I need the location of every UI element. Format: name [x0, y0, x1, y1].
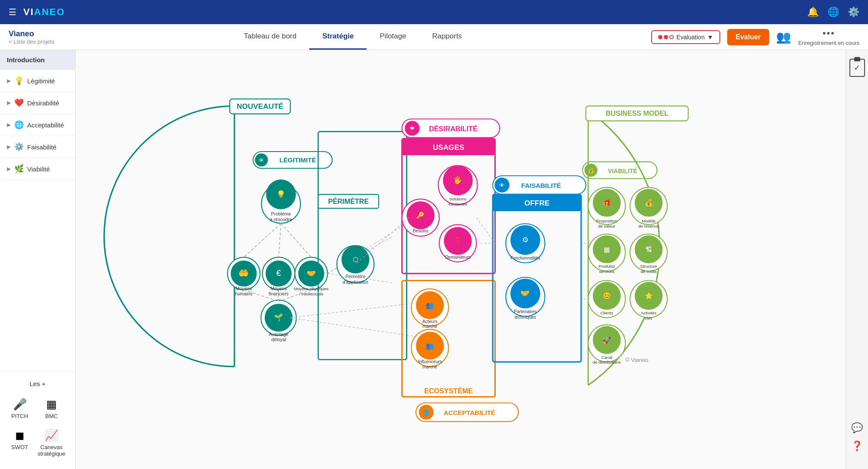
evaluation-button[interactable]: Evaluation ▼: [651, 30, 720, 44]
main-content: NOUVEAUTÉ 👁 LÉGITIMITÉ 💡 Problème à réso…: [76, 50, 868, 469]
svg-text:🌱: 🌱: [274, 313, 283, 322]
acceptabilite-label: Acceptabilité: [27, 121, 64, 129]
faisabilite-badge: 👁 FAISABILITÉ: [493, 176, 586, 194]
strategy-diagram: NOUVEAUTÉ 👁 LÉGITIMITÉ 💡 Problème à réso…: [76, 50, 868, 469]
eval-dots: [658, 35, 674, 39]
svg-text:❓: ❓: [454, 237, 462, 245]
swot-icon: ◼: [15, 429, 25, 442]
svg-text:clés: clés: [645, 316, 652, 320]
svg-text:Influenceurs: Influenceurs: [418, 359, 442, 364]
legitimite-label: Légitimité: [27, 77, 55, 85]
dashed-conn-4: [290, 301, 430, 318]
perimetre-label: PÉRIMÈTRE: [328, 197, 369, 205]
les-plus-label: Les +: [4, 377, 71, 391]
pitch-icon: 🎤: [13, 398, 27, 411]
legitimite-diagram-label: LÉGITIMITÉ: [279, 156, 316, 164]
sidebar-item-viabilite[interactable]: ▶ 🌿 Viabilité: [0, 158, 75, 180]
acceptabilite-badge: 🌐 ACCEPTABILITÉ: [416, 403, 518, 421]
svg-text:Avantage: Avantage: [269, 332, 288, 337]
swot-label: SWOT: [11, 444, 28, 450]
sidebar-item-faisabilite[interactable]: ▶ ⚙️ Faisabilité: [0, 136, 75, 158]
desirabilite-badge-label: DÉSIRABILITÉ: [429, 125, 477, 133]
svg-text:💰: 💰: [645, 199, 653, 207]
evaluer-button[interactable]: Evaluer: [727, 29, 770, 45]
tab-tableau-bord[interactable]: Tableau de bord: [231, 24, 310, 50]
desirabilite-arrow: ▶: [7, 100, 11, 106]
sidebar-item-introduction[interactable]: Introduction: [0, 50, 75, 70]
business-model-label: BUSINESS MODEL: [605, 109, 668, 117]
subheader-actions: Evaluation ▼ Evaluer 👥 ••• Enregistremen…: [651, 28, 859, 46]
tab-rapports[interactable]: Rapports: [419, 24, 475, 50]
project-info: Vianeo Liste des projets: [9, 29, 54, 45]
hamburger-menu[interactable]: ☰: [9, 7, 16, 17]
svg-text:⭐: ⭐: [645, 292, 653, 300]
back-to-projects[interactable]: Liste des projets: [9, 38, 54, 45]
saving-status: Enregistrement en cours: [798, 40, 859, 46]
topnav-left: ☰ VIANEO: [9, 6, 65, 18]
ecosysteme-label: ECOSYSTÈME: [424, 387, 473, 395]
chat-icon[interactable]: 💬: [851, 422, 863, 434]
svg-text:⬡: ⬡: [353, 256, 358, 263]
project-name: Vianeo: [9, 29, 54, 38]
tool-bmc[interactable]: ▦ BMC: [35, 395, 68, 422]
settings-icon[interactable]: ⚙️: [848, 6, 859, 18]
pitch-label: PITCH: [11, 413, 28, 419]
dot-2: [664, 35, 668, 39]
svg-rect-72: [493, 194, 581, 362]
usages-label: USAGES: [433, 143, 464, 152]
node-moyens-humains[interactable]: 🤲 Moyens humains: [228, 257, 260, 296]
evaluation-label: Evaluation: [676, 34, 704, 41]
svg-text:🖐: 🖐: [453, 176, 463, 185]
tab-strategie[interactable]: Stratégie: [309, 24, 367, 50]
svg-text:à résoudre: à résoudre: [270, 217, 292, 222]
acceptabilite-arrow: ▶: [7, 122, 11, 128]
svg-text:de valeur: de valeur: [598, 224, 616, 228]
svg-text:/ intellectuels: / intellectuels: [299, 292, 323, 296]
svg-text:🎁: 🎁: [603, 199, 611, 207]
tool-swot[interactable]: ◼ SWOT: [9, 426, 31, 459]
usages-group: USAGES 🖐 Solutions existantes 🔑 Besoins …: [402, 139, 495, 274]
sidebar-item-desirabilite[interactable]: ▶ ❤️ Désirabilité: [0, 92, 75, 114]
svg-text:Moyens: Moyens: [236, 286, 252, 291]
right-sidebar: 💬 ❓: [846, 50, 868, 469]
svg-text:Demandeurs: Demandeurs: [445, 255, 471, 260]
svg-text:Moyens physiques: Moyens physiques: [294, 286, 329, 291]
svg-text:Besoins: Besoins: [413, 228, 428, 233]
sidebar-tools: 🎤 PITCH ▦ BMC ◼ SWOT 📈 Canevas stratégiq…: [4, 391, 71, 464]
topnav-right: 🔔 🌐 ⚙️: [807, 6, 859, 18]
add-user-icon[interactable]: 👥: [776, 30, 791, 44]
node-avantage-deloyal[interactable]: 🌱 Avantage déloyal: [261, 300, 296, 342]
notification-icon[interactable]: 🔔: [807, 6, 819, 18]
svg-text:🤝: 🤝: [307, 269, 316, 278]
main-tabs: Tableau de bord Stratégie Pilotage Rappo…: [231, 24, 475, 50]
dashed-line-3: [281, 223, 311, 257]
globe-icon[interactable]: 🌐: [827, 6, 839, 18]
help-icon[interactable]: ❓: [851, 440, 863, 452]
tool-pitch[interactable]: 🎤 PITCH: [9, 395, 31, 422]
svg-text:Clients: Clients: [600, 311, 613, 315]
faisabilite-label: Faisabilité: [27, 143, 57, 151]
svg-text:😊: 😊: [603, 292, 611, 300]
sidebar-item-legitimite[interactable]: ▶ 💡 Légitimité: [0, 70, 75, 92]
dot-1: [658, 35, 662, 39]
svg-text:services: services: [599, 269, 615, 274]
svg-text:🌐: 🌐: [423, 409, 430, 416]
canevas-icon: 📈: [44, 429, 58, 442]
sidebar-item-acceptabilite[interactable]: ▶ 🌐 Acceptabilité: [0, 114, 75, 136]
conn-perimetre-usages: [355, 218, 409, 264]
svg-text:▦: ▦: [604, 246, 610, 253]
tool-canevas[interactable]: 📈 Canevas stratégique: [35, 426, 68, 459]
node-probleme[interactable]: 💡 Problème à résoudre: [261, 180, 301, 223]
introduction-label: Introduction: [7, 56, 44, 63]
clipboard-icon[interactable]: [849, 59, 865, 77]
faisabilite-icon: ⚙️: [14, 142, 24, 152]
svg-text:marché: marché: [422, 364, 437, 369]
node-moyens-physiques[interactable]: 🤝 Moyens physiques / intellectuels: [294, 257, 329, 296]
faisabilite-arrow: ▶: [7, 144, 11, 150]
eval-chevron: ▼: [707, 34, 713, 41]
tab-pilotage[interactable]: Pilotage: [367, 24, 419, 50]
viabilite-badge-label: VIABILITÉ: [608, 168, 637, 174]
more-options-icon[interactable]: •••: [823, 28, 835, 39]
saving-section: ••• Enregistrement en cours: [798, 28, 859, 46]
ecosysteme-group: ECOSYSTÈME 👥 Acteurs marché 👥 Influenceu…: [402, 281, 495, 397]
